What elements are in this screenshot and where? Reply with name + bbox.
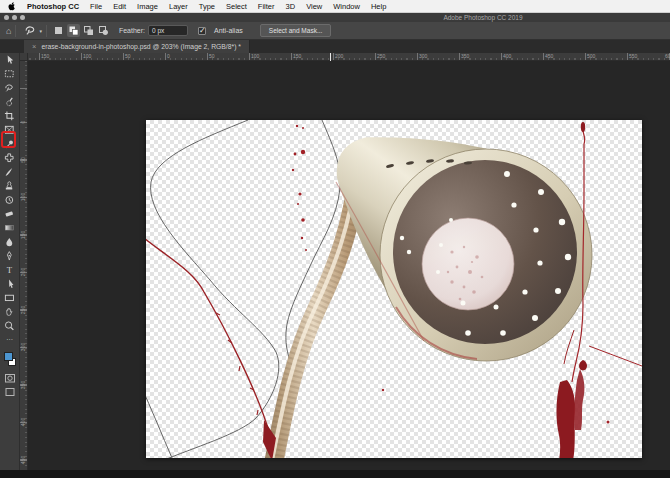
menu-item-help[interactable]: Help (371, 0, 386, 13)
tool-clone-stamp[interactable] (2, 179, 18, 193)
separator (15, 25, 16, 37)
tool-blur[interactable] (2, 235, 18, 249)
menu-items: Photoshop CCFileEditImageLayerTypeSelect… (27, 0, 386, 13)
v-ruler-label-0: 0 (20, 115, 26, 129)
tool-rectangle-shape[interactable] (2, 291, 18, 305)
chevron-down-icon: ▾ (39, 28, 42, 34)
tool-history-brush[interactable] (2, 193, 18, 207)
check-icon: ✓ (199, 26, 206, 35)
lamp-gooseneck (272, 174, 358, 458)
menu-item-edit[interactable]: Edit (113, 0, 126, 13)
feather-label: Feather: (119, 27, 145, 34)
tool-zoom[interactable] (2, 319, 18, 333)
menu-bar: Photoshop CCFileEditImageLayerTypeSelect… (0, 0, 670, 13)
screen-mode-icon[interactable] (2, 385, 18, 399)
menu-item-filter[interactable]: Filter (258, 0, 275, 13)
mode-add-to-selection-icon[interactable] (67, 24, 80, 37)
tool-quick-selection[interactable] (2, 95, 18, 109)
tool-eyedropper[interactable] (2, 137, 18, 151)
separator (46, 25, 47, 37)
edit-toolbar-icon[interactable]: ⋯ (6, 336, 13, 346)
document-canvas[interactable] (146, 120, 642, 458)
anti-alias-label: Anti-alias (214, 27, 243, 34)
menu-item-photoshop-cc[interactable]: Photoshop CC (27, 0, 79, 13)
quick-mask-mode-icon[interactable] (2, 371, 18, 385)
tools-panel: T ⋯ (0, 53, 20, 478)
tool-spot-healing-brush[interactable] (2, 151, 18, 165)
tool-preset-lasso[interactable]: ▾ (24, 24, 42, 37)
anti-alias-checkbox[interactable]: ✓ (198, 27, 206, 35)
foreground-color-swatch[interactable] (4, 352, 13, 361)
v-ruler-label-50: 50 (20, 153, 26, 167)
v-ruler-label-300: 300 (20, 340, 26, 354)
menu-item-select[interactable]: Select (226, 0, 247, 13)
color-swatches (2, 349, 18, 371)
tool-hand[interactable] (2, 305, 18, 319)
svg-text:T: T (7, 265, 13, 275)
v-ruler-label-350: 350 (20, 378, 26, 392)
close-tab-icon[interactable]: × (32, 40, 36, 53)
menu-item-view[interactable]: View (306, 0, 322, 13)
menu-item-window[interactable]: Window (333, 0, 360, 13)
menu-item-file[interactable]: File (90, 0, 102, 13)
menu-item-type[interactable]: Type (199, 0, 215, 13)
tool-frame[interactable] (2, 123, 18, 137)
lamp-bulb (422, 218, 514, 310)
select-and-mask-button[interactable]: Select and Mask... (260, 24, 331, 37)
v-ruler-label-250: 250 (20, 303, 26, 317)
ruler-cursor-layer (20, 53, 670, 61)
tool-pen[interactable] (2, 249, 18, 263)
window-title-bar: Adobe Photoshop CC 2019 (0, 13, 670, 22)
minimize-window-icon[interactable] (12, 15, 17, 20)
tool-eraser[interactable] (2, 207, 18, 221)
mode-new-selection-icon[interactable] (52, 24, 65, 37)
lasso-path-outline (146, 120, 340, 458)
document-tab-bar: × erase-background-in-photoshop.psd @ 20… (0, 40, 670, 53)
v-ruler-label-450: 450 (20, 453, 26, 467)
feather-input[interactable]: 0 px (148, 25, 188, 36)
tool-type[interactable]: T (2, 263, 18, 277)
traffic-lights (4, 15, 25, 20)
tool-move[interactable] (2, 53, 18, 67)
window-title: Adobe Photoshop CC 2019 (388, 13, 578, 22)
tool-gradient[interactable] (2, 221, 18, 235)
v-ruler-label-200: 200 (20, 265, 26, 279)
document-tab-title: erase-background-in-photoshop.psd @ 203%… (41, 40, 241, 53)
tool-crop[interactable] (2, 109, 18, 123)
menu-item-3d[interactable]: 3D (286, 0, 296, 13)
lasso-icon (24, 24, 37, 37)
tool-rectangular-marquee[interactable] (2, 67, 18, 81)
photoshop-window: Photoshop CCFileEditImageLayerTypeSelect… (0, 0, 670, 478)
tool-lasso[interactable] (2, 81, 18, 95)
ruler-cursor-indicator (330, 53, 331, 61)
tool-brush[interactable] (2, 165, 18, 179)
mode-intersect-selection-icon[interactable] (97, 24, 110, 37)
window-bottom-edge (0, 470, 670, 478)
menu-item-layer[interactable]: Layer (169, 0, 188, 13)
v-ruler-label-100: 100 (20, 190, 26, 204)
menu-item-image[interactable]: Image (137, 0, 158, 13)
close-window-icon[interactable] (4, 15, 9, 20)
zoom-window-icon[interactable] (20, 15, 25, 20)
document-tab[interactable]: × erase-background-in-photoshop.psd @ 20… (24, 40, 250, 53)
tool-path-selection[interactable] (2, 277, 18, 291)
home-icon[interactable]: ⌂ (6, 22, 11, 40)
options-bar: ⌂ ▾ Feather: 0 px ✓ Anti-alias Select an… (0, 22, 670, 40)
canvas-artwork (146, 120, 642, 458)
v-ruler-label-400: 400 (20, 415, 26, 429)
lamp-shade (280, 120, 592, 361)
vertical-ruler: 050100150200250300350400450 (20, 61, 28, 470)
apple-icon[interactable] (7, 1, 16, 11)
mode-subtract-from-selection-icon[interactable] (82, 24, 95, 37)
v-ruler-label-150: 150 (20, 228, 26, 242)
